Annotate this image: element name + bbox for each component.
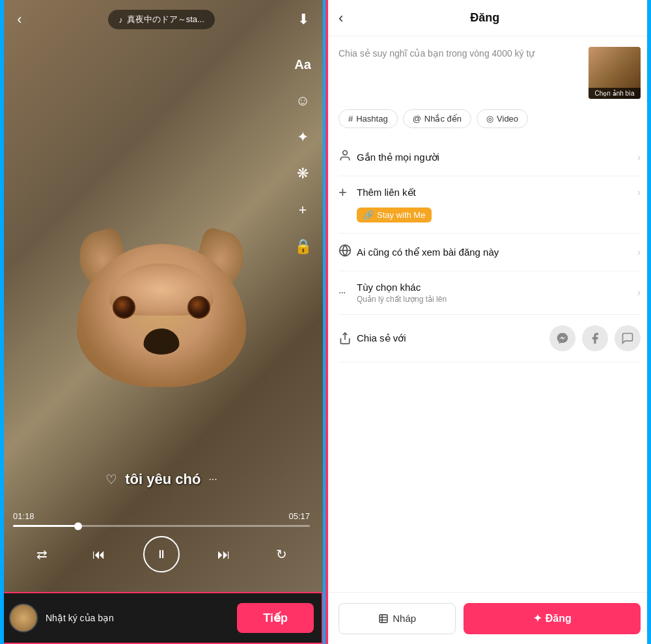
stay-badge-icon: 🔗	[363, 210, 374, 220]
time-row: 01:18 05:17	[13, 511, 310, 521]
shuffle-button[interactable]: ⇄	[29, 541, 55, 567]
video-icon: ◎	[486, 114, 493, 124]
stay-with-me-badge: 🔗 Stay with Me	[357, 208, 432, 222]
share-row: Chia sẻ với	[339, 315, 641, 362]
time-total: 05:17	[288, 511, 310, 521]
post-label: Đăng	[546, 613, 572, 624]
add-link-icon: +	[339, 184, 357, 201]
dog-eye-right	[187, 296, 210, 319]
draft-button[interactable]: Nháp	[339, 603, 456, 634]
who-can-view-chevron: ›	[637, 247, 641, 258]
pause-button[interactable]: ⏸	[143, 536, 180, 572]
back-button-left[interactable]: ‹	[8, 8, 31, 31]
avatar	[9, 604, 38, 632]
cover-label: Chọn ảnh bìa	[589, 88, 641, 99]
add-tool-button[interactable]: +	[290, 198, 315, 222]
message-share-button[interactable]	[615, 325, 641, 351]
svg-point-0	[343, 151, 348, 155]
mention-label: Nhắc đến	[424, 114, 462, 124]
more-options-label: Tùy chọn khác	[357, 282, 637, 293]
right-header: ‹ Đăng	[328, 0, 651, 36]
subtitle-area: ♡ tôi yêu chó ···	[0, 471, 323, 488]
music-tag[interactable]: ♪ 真夜中のドア～sta...	[31, 10, 292, 29]
tags-row: # Hashtag @ Nhắc đến ◎ Video	[339, 109, 641, 128]
dog-face	[77, 218, 246, 400]
draft-label: Nháp	[393, 613, 416, 624]
right-panel: ‹ Đăng Chia sẻ suy nghĩ của bạn trong vò…	[326, 0, 651, 644]
music-note-icon: ♪	[118, 15, 123, 25]
back-button-right[interactable]: ‹	[339, 10, 343, 27]
right-toolbar: Aa ☺ ✦ ❋ + 🔒	[290, 52, 315, 259]
progress-fill	[13, 525, 78, 527]
next-button-bottom[interactable]: Tiếp	[237, 603, 314, 633]
lock-tool-button[interactable]: 🔒	[290, 234, 315, 259]
more-options-sub: Quản lý chất lượng tải lên	[357, 295, 637, 304]
share-label: Chia sẻ với	[357, 332, 406, 344]
mention-button[interactable]: @ Nhắc đến	[403, 109, 471, 128]
tag-people-icon	[339, 149, 357, 165]
add-link-label: Thêm liên kết	[357, 187, 637, 198]
mention-icon: @	[413, 114, 421, 124]
tag-people-item[interactable]: Gắn thẻ mọi người ›	[339, 139, 641, 176]
playback-controls: ⇄ ⏮ ⏸ ⏭ ↻	[13, 536, 310, 572]
right-border	[647, 0, 651, 644]
bottom-bar-left: Nhật ký của bạn Tiếp	[0, 592, 323, 644]
messenger-share-button[interactable]	[549, 325, 575, 351]
time-current: 01:18	[13, 511, 35, 521]
next-button[interactable]: ⏭	[211, 541, 237, 567]
music-title: 真夜中のドア～sta...	[127, 14, 204, 25]
caption-placeholder[interactable]: Chia sẻ suy nghĩ của bạn trong vòng 4000…	[339, 47, 581, 99]
add-link-item[interactable]: + Thêm liên kết › 🔗 Stay with Me	[339, 176, 641, 234]
dog-nose	[144, 329, 180, 355]
add-link-chevron: ›	[637, 187, 641, 198]
stay-badge-wrapper: 🔗 Stay with Me	[357, 205, 641, 225]
video-area: ‹ ♪ 真夜中のドア～sta... ⬇ Aa ☺ ✦ ❋ + 🔒 ♡ tôi y…	[0, 0, 323, 592]
subtitle-dots: ···	[208, 474, 217, 485]
hashtag-button[interactable]: # Hashtag	[339, 109, 398, 128]
hashtag-label: Hashtag	[356, 114, 387, 124]
progress-area: 01:18 05:17	[13, 511, 310, 527]
share-label-area: Chia sẻ với	[339, 332, 549, 345]
subtitle-text: tôi yêu chó	[125, 471, 201, 488]
tag-people-label: Gắn thẻ mọi người	[357, 152, 637, 163]
music-tag-inner[interactable]: ♪ 真夜中のドア～sta...	[108, 10, 215, 29]
more-options-chevron: ›	[637, 287, 641, 299]
stay-badge-label: Stay with Me	[377, 210, 425, 220]
bottom-bar-right: Nháp ✦ Đăng	[328, 592, 651, 644]
more-options-icon: ···	[339, 287, 357, 299]
who-can-view-label: Ai cũng có thể xem bài đăng này	[357, 247, 637, 258]
post-button[interactable]: ✦ Đăng	[464, 603, 641, 634]
svg-rect-4	[380, 615, 387, 623]
facebook-share-button[interactable]	[582, 325, 608, 351]
caption-area: Chia sẻ suy nghĩ của bạn trong vòng 4000…	[339, 47, 641, 99]
sticker-tool-button[interactable]: ☺	[290, 88, 315, 113]
dog-image	[0, 0, 323, 592]
video-label: Video	[497, 114, 518, 124]
repeat-button[interactable]: ↻	[268, 541, 294, 567]
overlay-tool-button[interactable]: ❋	[290, 161, 315, 186]
more-options-text-area: Tùy chọn khác Quản lý chất lượng tải lên	[357, 282, 637, 304]
effect-tool-button[interactable]: ✦	[290, 125, 315, 150]
share-icons	[549, 325, 641, 351]
progress-bar[interactable]	[13, 525, 310, 527]
diary-label: Nhật ký của bạn	[46, 613, 229, 623]
tag-people-chevron: ›	[637, 152, 641, 163]
left-panel: ‹ ♪ 真夜中のドア～sta... ⬇ Aa ☺ ✦ ❋ + 🔒 ♡ tôi y…	[0, 0, 326, 644]
dog-eye-left	[113, 296, 135, 319]
hashtag-icon: #	[348, 114, 353, 124]
cover-thumbnail[interactable]: Chọn ảnh bìa	[589, 47, 641, 99]
add-link-row: + Thêm liên kết ›	[339, 184, 641, 201]
right-content: Chia sẻ suy nghĩ của bạn trong vòng 4000…	[328, 36, 651, 592]
top-bar: ‹ ♪ 真夜中のドア～sta... ⬇	[0, 0, 323, 39]
who-can-view-item[interactable]: Ai cũng có thể xem bài đăng này ›	[339, 234, 641, 271]
progress-dot	[74, 522, 82, 530]
who-can-view-icon	[339, 244, 357, 260]
page-title: Đăng	[351, 11, 618, 25]
left-border	[0, 0, 4, 644]
video-button[interactable]: ◎ Video	[477, 109, 528, 128]
download-button[interactable]: ⬇	[292, 8, 315, 31]
text-tool-button[interactable]: Aa	[290, 52, 315, 77]
heart-icon: ♡	[105, 472, 117, 487]
prev-button[interactable]: ⏮	[86, 541, 112, 567]
more-options-item[interactable]: ··· Tùy chọn khác Quản lý chất lượng tải…	[339, 271, 641, 315]
